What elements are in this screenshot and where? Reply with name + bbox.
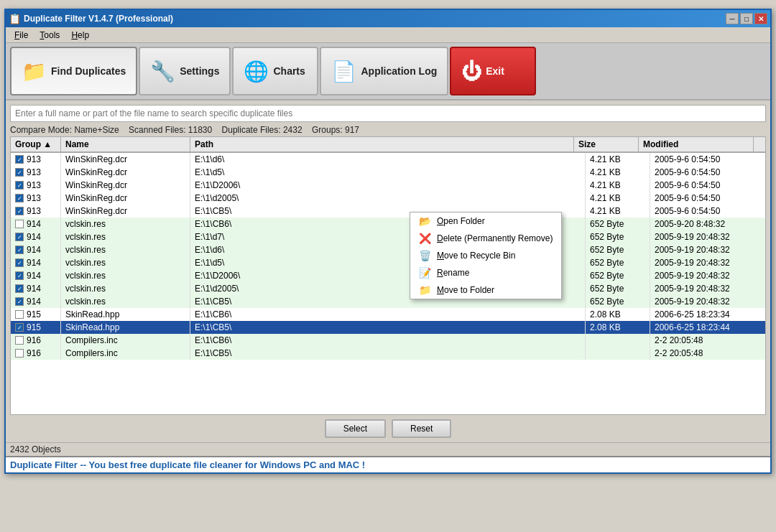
cell-size: 652 Byte <box>586 243 650 256</box>
row-checkbox[interactable] <box>15 284 24 293</box>
table-row[interactable]: 913WinSkinReg.dcrE:\1\d6\4.21 KB2005-9-6… <box>11 153 765 166</box>
row-checkbox[interactable] <box>15 336 24 345</box>
cell-size: 4.21 KB <box>586 166 650 179</box>
row-checkbox[interactable] <box>15 155 24 164</box>
row-checkbox[interactable] <box>15 168 24 177</box>
table-row[interactable]: 915SkinRead.hppE:\1\CB6\2.08 KB2006-6-25… <box>11 308 765 321</box>
application-log-button[interactable]: 📄 Application Log <box>320 47 448 95</box>
cell-name: vclskin.res <box>61 269 190 282</box>
menu-tools[interactable]: Tools <box>34 29 65 42</box>
table-row[interactable]: 914vclskin.resE:\1\d6\652 Byte2005-9-19 … <box>11 243 765 256</box>
context-icon-open-folder: 📂 <box>419 215 431 227</box>
col-group[interactable]: Group ▲ <box>11 137 61 151</box>
row-checkbox[interactable] <box>15 349 24 358</box>
menu-file[interactable]: File <box>9 29 34 42</box>
settings-button[interactable]: 🔧 Settings <box>139 47 231 95</box>
cell-size: 652 Byte <box>586 230 650 243</box>
row-checkbox[interactable] <box>15 258 24 267</box>
maximize-button[interactable]: □ <box>740 13 753 24</box>
menu-bar: File Tools Help <box>6 27 770 43</box>
charts-label: Charts <box>273 65 305 77</box>
cell-group: 914 <box>11 282 61 295</box>
find-duplicates-button[interactable]: 📁 Find Duplicates <box>10 47 137 95</box>
compare-mode-label: Compare Mode: <box>10 125 72 135</box>
row-checkbox[interactable] <box>15 207 24 215</box>
cell-path: E:\1\CB5\ <box>190 321 586 334</box>
exit-button[interactable]: ⏻ Exit <box>450 47 536 95</box>
table-row[interactable]: 916Compilers.incE:\1\CB5\2-2 20:05:48 <box>11 347 765 360</box>
cell-group: 913 <box>11 166 61 179</box>
table-row[interactable]: 916Compilers.incE:\1\CB6\2-2 20:05:48 <box>11 334 765 347</box>
cell-name: vclskin.res <box>61 218 190 230</box>
cell-size: 4.21 KB <box>586 179 650 192</box>
search-input[interactable] <box>15 108 761 118</box>
cell-group: 914 <box>11 269 61 282</box>
reset-button[interactable]: Reset <box>392 419 451 438</box>
context-item-delete[interactable]: ❌Delete (Permanently Remove) <box>410 230 561 247</box>
ad-bar: Duplicate Filter -- You best free duplic… <box>6 456 770 472</box>
object-count: 2432 Objects <box>6 442 770 456</box>
col-modified[interactable]: Modified <box>639 137 754 151</box>
context-label-open-folder: Open Folder <box>437 216 485 226</box>
col-name[interactable]: Name <box>61 137 190 151</box>
table-row[interactable]: 914vclskin.resE:\1\d7\652 Byte2005-9-19 … <box>11 230 765 243</box>
charts-button[interactable]: 🌐 Charts <box>232 47 318 95</box>
settings-label: Settings <box>180 65 219 77</box>
cell-modified: 2005-9-6 0:54:50 <box>650 153 765 166</box>
cell-group: 915 <box>11 308 61 321</box>
table-row[interactable]: 915SkinRead.hppE:\1\CB5\2.08 KB2006-6-25… <box>11 321 765 334</box>
col-size[interactable]: Size <box>574 137 639 151</box>
table-row[interactable]: 913WinSkinReg.dcrE:\1\D2006\4.21 KB2005-… <box>11 179 765 192</box>
col-scroll <box>754 137 765 151</box>
row-checkbox[interactable] <box>15 310 24 319</box>
menu-help[interactable]: Help <box>65 29 95 42</box>
table-body[interactable]: 913WinSkinReg.dcrE:\1\d6\4.21 KB2005-9-6… <box>11 153 765 408</box>
context-icon-move-folder: 📁 <box>419 284 431 296</box>
row-checkbox[interactable] <box>15 246 24 254</box>
cell-name: WinSkinReg.dcr <box>61 205 190 218</box>
table-row[interactable]: 913WinSkinReg.dcrE:\1\d5\4.21 KB2005-9-6… <box>11 166 765 179</box>
cell-modified: 2005-9-6 0:54:50 <box>650 179 765 192</box>
context-item-open-folder[interactable]: 📂Open Folder <box>410 213 561 230</box>
duplicate-label: Duplicate Files: <box>222 125 281 135</box>
duplicate-value: 2432 <box>283 125 302 135</box>
row-checkbox[interactable] <box>15 220 24 228</box>
table-row[interactable]: 914vclskin.resE:\1\CB6\652 Byte2005-9-20… <box>11 218 765 230</box>
col-path[interactable]: Path <box>190 137 574 151</box>
cell-name: vclskin.res <box>61 282 190 295</box>
table-row[interactable]: 913WinSkinReg.dcrE:\1\CB5\4.21 KB2005-9-… <box>11 205 765 218</box>
cell-size: 4.21 KB <box>586 205 650 218</box>
cell-group: 916 <box>11 347 61 360</box>
table-row[interactable]: 914vclskin.resE:\1\D2006\652 Byte2005-9-… <box>11 269 765 282</box>
compare-mode-value: Name+Size <box>74 125 119 135</box>
cell-name: WinSkinReg.dcr <box>61 179 190 192</box>
row-checkbox[interactable] <box>15 233 24 241</box>
settings-icon: 🔧 <box>150 60 175 83</box>
row-checkbox[interactable] <box>15 297 24 306</box>
table-row[interactable]: 914vclskin.resE:\1\CB5\652 Byte2005-9-19… <box>11 295 765 308</box>
context-item-rename[interactable]: 📝Rename <box>410 264 561 281</box>
minimize-button[interactable]: ─ <box>726 13 739 24</box>
cell-name: vclskin.res <box>61 295 190 308</box>
search-bar[interactable] <box>10 105 766 122</box>
row-checkbox[interactable] <box>15 194 24 202</box>
close-button[interactable]: ✕ <box>754 13 767 24</box>
row-checkbox[interactable] <box>15 323 24 332</box>
cell-size: 652 Byte <box>586 269 650 282</box>
context-item-move-folder[interactable]: 📁Move to Folder <box>410 281 561 299</box>
bottom-bar: Select Reset <box>6 415 770 442</box>
row-checkbox[interactable] <box>15 271 24 280</box>
table-row[interactable]: 914vclskin.resE:\1\d2005\652 Byte2005-9-… <box>11 282 765 295</box>
cell-group: 913 <box>11 192 61 205</box>
context-item-recycle[interactable]: 🗑️Move to Recycle Bin <box>410 247 561 264</box>
exit-icon: ⏻ <box>461 60 481 83</box>
context-menu: 📂Open Folder❌Delete (Permanently Remove)… <box>410 212 562 299</box>
table-row[interactable]: 913WinSkinReg.dcrE:\1\d2005\4.21 KB2005-… <box>11 192 765 205</box>
table-row[interactable]: 914vclskin.resE:\1\d5\652 Byte2005-9-19 … <box>11 256 765 269</box>
context-label-delete: Delete (Permanently Remove) <box>437 233 553 243</box>
context-icon-recycle: 🗑️ <box>419 250 431 261</box>
cell-modified: 2006-6-25 18:23:34 <box>650 308 765 321</box>
select-button[interactable]: Select <box>325 419 386 438</box>
row-checkbox[interactable] <box>15 181 24 190</box>
scanned-value: 11830 <box>188 125 212 135</box>
